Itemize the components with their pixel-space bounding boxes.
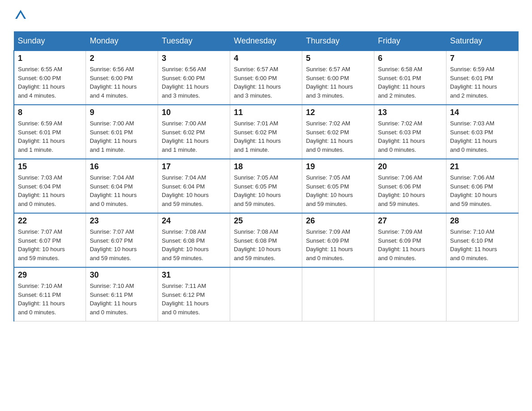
day-info: Sunrise: 7:02 AMSunset: 6:02 PMDaylight:… (306, 119, 370, 154)
day-number: 19 (306, 162, 370, 171)
day-cell: 8 Sunrise: 6:59 AMSunset: 6:01 PMDayligh… (14, 105, 86, 159)
day-number: 25 (234, 216, 298, 226)
day-info: Sunrise: 7:00 AMSunset: 6:01 PMDaylight:… (90, 119, 154, 154)
day-info: Sunrise: 7:11 AMSunset: 6:12 PMDaylight:… (162, 282, 226, 317)
week-row-2: 8 Sunrise: 6:59 AMSunset: 6:01 PMDayligh… (14, 105, 519, 159)
day-info: Sunrise: 7:10 AMSunset: 6:11 PMDaylight:… (90, 282, 154, 317)
day-number: 11 (234, 108, 298, 117)
day-number: 4 (234, 54, 298, 63)
header-cell-wednesday: Wednesday (230, 32, 302, 51)
logo-text (13, 9, 27, 25)
day-number: 17 (162, 162, 226, 171)
day-number: 23 (90, 216, 154, 226)
day-cell: 4 Sunrise: 6:57 AMSunset: 6:00 PMDayligh… (230, 51, 302, 105)
day-cell: 25 Sunrise: 7:08 AMSunset: 6:08 PMDaylig… (230, 213, 302, 267)
day-cell: 24 Sunrise: 7:08 AMSunset: 6:08 PMDaylig… (158, 213, 230, 267)
calendar-header: SundayMondayTuesdayWednesdayThursdayFrid… (14, 32, 519, 51)
day-number: 27 (378, 216, 442, 226)
day-info: Sunrise: 7:07 AMSunset: 6:07 PMDaylight:… (18, 227, 82, 262)
day-number: 29 (18, 270, 82, 280)
day-cell: 6 Sunrise: 6:58 AMSunset: 6:01 PMDayligh… (374, 51, 446, 105)
header-cell-saturday: Saturday (446, 32, 519, 51)
day-cell: 19 Sunrise: 7:05 AMSunset: 6:05 PMDaylig… (302, 159, 374, 213)
week-row-4: 22 Sunrise: 7:07 AMSunset: 6:07 PMDaylig… (14, 213, 519, 267)
day-cell: 12 Sunrise: 7:02 AMSunset: 6:02 PMDaylig… (302, 105, 374, 159)
day-info: Sunrise: 6:57 AMSunset: 6:00 PMDaylight:… (306, 65, 370, 100)
day-info: Sunrise: 6:55 AMSunset: 6:00 PMDaylight:… (18, 65, 82, 100)
day-info: Sunrise: 7:06 AMSunset: 6:06 PMDaylight:… (378, 173, 442, 208)
day-info: Sunrise: 7:08 AMSunset: 6:08 PMDaylight:… (234, 227, 298, 262)
day-info: Sunrise: 7:02 AMSunset: 6:03 PMDaylight:… (378, 119, 442, 154)
day-number: 22 (18, 216, 82, 226)
day-number: 28 (450, 216, 515, 226)
day-cell: 21 Sunrise: 7:06 AMSunset: 6:06 PMDaylig… (446, 159, 519, 213)
day-info: Sunrise: 6:57 AMSunset: 6:00 PMDaylight:… (234, 65, 298, 100)
day-info: Sunrise: 7:04 AMSunset: 6:04 PMDaylight:… (90, 173, 154, 208)
header-row: SundayMondayTuesdayWednesdayThursdayFrid… (14, 32, 519, 51)
day-number: 3 (162, 54, 226, 63)
day-cell: 2 Sunrise: 6:56 AMSunset: 6:00 PMDayligh… (86, 51, 158, 105)
day-info: Sunrise: 7:09 AMSunset: 6:09 PMDaylight:… (378, 227, 442, 262)
day-cell (230, 267, 302, 321)
day-info: Sunrise: 6:59 AMSunset: 6:01 PMDaylight:… (18, 119, 82, 154)
day-number: 31 (162, 270, 226, 280)
calendar-body: 1 Sunrise: 6:55 AMSunset: 6:00 PMDayligh… (14, 51, 519, 321)
day-info: Sunrise: 7:08 AMSunset: 6:08 PMDaylight:… (162, 227, 226, 262)
day-number: 5 (306, 54, 370, 63)
day-cell (374, 267, 446, 321)
week-row-5: 29 Sunrise: 7:10 AMSunset: 6:11 PMDaylig… (14, 267, 519, 321)
header-cell-sunday: Sunday (14, 32, 86, 51)
day-number: 10 (162, 108, 226, 117)
day-number: 1 (18, 54, 82, 63)
day-info: Sunrise: 6:56 AMSunset: 6:00 PMDaylight:… (162, 65, 226, 100)
day-number: 24 (162, 216, 226, 226)
header-cell-tuesday: Tuesday (158, 32, 230, 51)
day-cell: 16 Sunrise: 7:04 AMSunset: 6:04 PMDaylig… (86, 159, 158, 213)
day-cell: 14 Sunrise: 7:03 AMSunset: 6:03 PMDaylig… (446, 105, 519, 159)
day-number: 21 (450, 162, 515, 171)
header-cell-friday: Friday (374, 32, 446, 51)
day-number: 18 (234, 162, 298, 171)
day-cell: 26 Sunrise: 7:09 AMSunset: 6:09 PMDaylig… (302, 213, 374, 267)
day-info: Sunrise: 7:01 AMSunset: 6:02 PMDaylight:… (234, 119, 298, 154)
day-info: Sunrise: 7:04 AMSunset: 6:04 PMDaylight:… (162, 173, 226, 208)
day-info: Sunrise: 7:05 AMSunset: 6:05 PMDaylight:… (306, 173, 370, 208)
day-info: Sunrise: 7:00 AMSunset: 6:02 PMDaylight:… (162, 119, 226, 154)
day-number: 20 (378, 162, 442, 171)
day-info: Sunrise: 7:10 AMSunset: 6:10 PMDaylight:… (450, 227, 515, 262)
day-info: Sunrise: 7:09 AMSunset: 6:09 PMDaylight:… (306, 227, 370, 262)
day-number: 8 (18, 108, 82, 117)
day-number: 13 (378, 108, 442, 117)
day-number: 2 (90, 54, 154, 63)
day-cell: 22 Sunrise: 7:07 AMSunset: 6:07 PMDaylig… (14, 213, 86, 267)
day-cell: 30 Sunrise: 7:10 AMSunset: 6:11 PMDaylig… (86, 267, 158, 321)
day-number: 15 (18, 162, 82, 171)
day-number: 7 (450, 54, 515, 63)
logo-icon (14, 9, 27, 21)
header (13, 9, 519, 22)
week-row-3: 15 Sunrise: 7:03 AMSunset: 6:04 PMDaylig… (14, 159, 519, 213)
day-cell: 17 Sunrise: 7:04 AMSunset: 6:04 PMDaylig… (158, 159, 230, 213)
day-cell: 7 Sunrise: 6:59 AMSunset: 6:01 PMDayligh… (446, 51, 519, 105)
day-cell: 13 Sunrise: 7:02 AMSunset: 6:03 PMDaylig… (374, 105, 446, 159)
day-number: 16 (90, 162, 154, 171)
day-info: Sunrise: 6:56 AMSunset: 6:00 PMDaylight:… (90, 65, 154, 100)
logo (13, 9, 27, 22)
day-cell: 27 Sunrise: 7:09 AMSunset: 6:09 PMDaylig… (374, 213, 446, 267)
day-cell: 29 Sunrise: 7:10 AMSunset: 6:11 PMDaylig… (14, 267, 86, 321)
day-cell: 9 Sunrise: 7:00 AMSunset: 6:01 PMDayligh… (86, 105, 158, 159)
day-info: Sunrise: 7:03 AMSunset: 6:04 PMDaylight:… (18, 173, 82, 208)
day-cell (446, 267, 519, 321)
day-cell: 23 Sunrise: 7:07 AMSunset: 6:07 PMDaylig… (86, 213, 158, 267)
day-info: Sunrise: 7:07 AMSunset: 6:07 PMDaylight:… (90, 227, 154, 262)
day-info: Sunrise: 7:03 AMSunset: 6:03 PMDaylight:… (450, 119, 515, 154)
day-info: Sunrise: 7:06 AMSunset: 6:06 PMDaylight:… (450, 173, 515, 208)
day-info: Sunrise: 7:05 AMSunset: 6:05 PMDaylight:… (234, 173, 298, 208)
day-number: 14 (450, 108, 515, 117)
header-cell-monday: Monday (86, 32, 158, 51)
day-number: 9 (90, 108, 154, 117)
day-cell: 28 Sunrise: 7:10 AMSunset: 6:10 PMDaylig… (446, 213, 519, 267)
day-cell: 11 Sunrise: 7:01 AMSunset: 6:02 PMDaylig… (230, 105, 302, 159)
day-cell (302, 267, 374, 321)
day-number: 12 (306, 108, 370, 117)
